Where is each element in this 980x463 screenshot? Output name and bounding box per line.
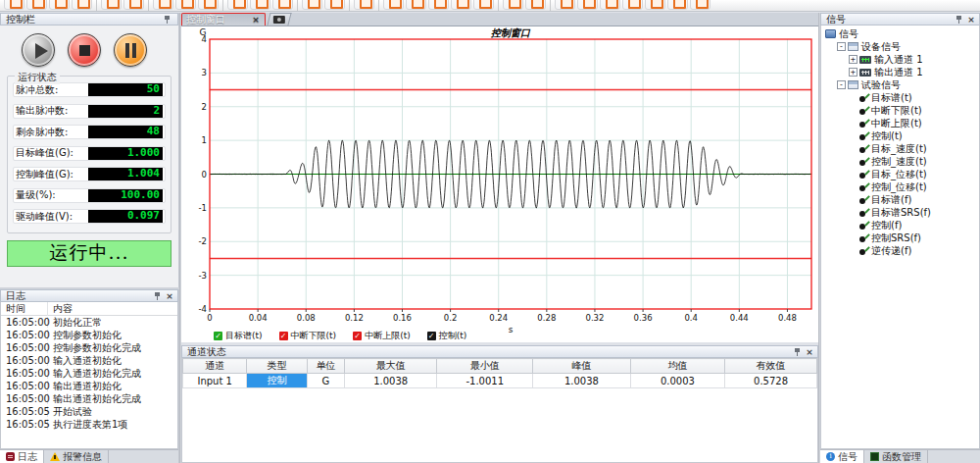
- toolbar-button[interactable]: [49, 0, 70, 10]
- log-row[interactable]: 16:05:05开始试验: [1, 405, 177, 418]
- tree-item[interactable]: 信号: [821, 27, 979, 40]
- expand-minus-icon[interactable]: -: [837, 42, 846, 51]
- signal-icon: [859, 246, 868, 255]
- toolbar-button[interactable]: [503, 0, 523, 10]
- log-row[interactable]: 16:05:05执行进度表第1项: [1, 418, 177, 431]
- pin-icon[interactable]: [163, 15, 172, 25]
- pin-icon[interactable]: [793, 347, 803, 357]
- log-content: 输出通道初始化: [48, 380, 122, 393]
- close-icon[interactable]: ×: [966, 15, 976, 25]
- log-row[interactable]: 16:05:00初始化正常: [1, 316, 177, 329]
- tree-item[interactable]: 目标谱(t): [821, 91, 979, 104]
- toolbar-button[interactable]: [153, 0, 173, 10]
- snapshot-button[interactable]: [267, 13, 291, 26]
- legend-item[interactable]: ✓中断下限(t): [279, 330, 337, 342]
- toolbar-button[interactable]: [473, 0, 494, 10]
- tree-item[interactable]: 目标_位移(t): [821, 168, 979, 180]
- tree-item[interactable]: 中断下限(t): [821, 104, 979, 117]
- toolbar-button[interactable]: [4, 0, 24, 10]
- toolbar-button[interactable]: [690, 0, 710, 10]
- tree-item[interactable]: 目标谱SRS(f): [821, 206, 979, 219]
- toolbar-button[interactable]: [600, 0, 620, 10]
- expand-plus-icon[interactable]: +: [849, 55, 858, 64]
- close-icon[interactable]: ×: [805, 347, 814, 357]
- toolbar-button[interactable]: [406, 0, 426, 10]
- pin-icon[interactable]: [955, 15, 964, 25]
- toolbar-button[interactable]: [667, 0, 688, 10]
- toolbar-button[interactable]: [451, 0, 471, 10]
- toolbar-button[interactable]: [525, 0, 546, 10]
- tab-信号[interactable]: i信号: [820, 450, 864, 463]
- signal-icon: [859, 195, 868, 204]
- tree-item[interactable]: 控制SRS(f): [821, 232, 979, 244]
- legend-item[interactable]: ✓控制(t): [427, 330, 467, 342]
- tree-item[interactable]: 控制(t): [821, 129, 979, 142]
- toolbar-button[interactable]: [123, 0, 144, 10]
- expand-minus-icon[interactable]: -: [837, 80, 846, 89]
- toolbar-button[interactable]: [428, 0, 449, 10]
- expand-plus-icon[interactable]: +: [849, 68, 858, 77]
- toolbar-button[interactable]: [302, 0, 322, 10]
- toolbar-button[interactable]: [101, 0, 122, 10]
- toolbar-button[interactable]: [324, 0, 345, 10]
- stop-button[interactable]: [68, 33, 101, 67]
- legend-checkbox[interactable]: ✓: [279, 332, 288, 340]
- toolbar-button[interactable]: [645, 0, 665, 10]
- legend-checkbox[interactable]: ✓: [214, 332, 222, 340]
- tab-日志[interactable]: 日志: [0, 450, 44, 463]
- tree-item[interactable]: +输出通道 1: [821, 66, 979, 78]
- toolbar-button[interactable]: [354, 0, 374, 10]
- toolbar-button[interactable]: [198, 0, 219, 10]
- status-field: 输出脉冲数:2: [13, 104, 166, 119]
- toolbar-button[interactable]: [72, 0, 92, 10]
- tree-item[interactable]: 中断上限(t): [821, 117, 979, 129]
- pause-button[interactable]: [114, 33, 147, 67]
- tree-item[interactable]: 控制_速度(t): [821, 155, 979, 168]
- toolbar-button[interactable]: [622, 0, 643, 10]
- tree-item[interactable]: -设备信号: [821, 40, 979, 53]
- log-row[interactable]: 16:05:00输出通道初始化完成: [1, 392, 177, 405]
- log-content: 输出通道初始化完成: [48, 392, 141, 406]
- tree-item[interactable]: 目标谱(f): [821, 193, 979, 206]
- legend-item[interactable]: ✓目标谱(t): [214, 330, 263, 342]
- tree-item[interactable]: 逆传递(f): [821, 244, 979, 257]
- log-row[interactable]: 16:05:00输入通道初始化完成: [1, 367, 177, 380]
- log-row[interactable]: 16:05:00控制参数初始化: [1, 329, 177, 341]
- toolbar-button[interactable]: [577, 0, 598, 10]
- y-tick-label: 1: [202, 135, 207, 145]
- log-row[interactable]: 16:05:00控制参数初始化完成: [1, 341, 177, 354]
- legend-item[interactable]: ✓中断上限(t): [353, 330, 411, 342]
- log-content: 开始试验: [48, 405, 92, 419]
- tab-报警信息[interactable]: 报警信息: [44, 450, 109, 463]
- legend-checkbox[interactable]: ✓: [427, 332, 436, 340]
- toolbar-button[interactable]: [227, 0, 248, 10]
- close-icon[interactable]: ×: [165, 291, 174, 301]
- toolbar-button[interactable]: [175, 0, 196, 10]
- toolbar-button[interactable]: [26, 0, 47, 10]
- channel-row[interactable]: Input 1控制G1.0038-1.00111.00380.00030.572…: [183, 374, 817, 388]
- toolbar-button[interactable]: [555, 0, 575, 10]
- tab-control-window[interactable]: 控制窗口 ×: [181, 13, 266, 26]
- log-row[interactable]: 16:05:00输出通道初始化: [1, 380, 177, 392]
- log-row[interactable]: 16:05:00输入通道初始化: [1, 354, 177, 367]
- tree-item[interactable]: -试验信号: [821, 78, 979, 91]
- x-tick-label: 0.16: [393, 313, 412, 323]
- tree-item-label: 目标_速度(t): [871, 142, 927, 156]
- tree-item-label: 设备信号: [861, 40, 901, 54]
- tab-函数管理[interactable]: 函数管理: [864, 450, 928, 463]
- pin-icon[interactable]: [153, 291, 163, 301]
- tree-item[interactable]: 控制_位移(t): [821, 180, 979, 193]
- play-button[interactable]: [22, 33, 55, 67]
- x-tick-label: 0.12: [345, 313, 364, 323]
- tree-item[interactable]: 控制(f): [821, 219, 979, 232]
- tree-item[interactable]: 目标_速度(t): [821, 142, 979, 155]
- toolbar-button[interactable]: [383, 0, 404, 10]
- channel-cell: G: [307, 374, 344, 388]
- toolbar-button[interactable]: [250, 0, 270, 10]
- tree-item[interactable]: +输入通道 1: [821, 53, 979, 66]
- tree-item-label: 输出通道 1: [874, 66, 923, 79]
- control-window-chart: 00.040.080.120.160.20.240.280.320.360.40…: [181, 26, 818, 342]
- legend-checkbox[interactable]: ✓: [353, 332, 362, 340]
- tab-close-icon[interactable]: ×: [251, 15, 261, 25]
- toolbar-button[interactable]: [272, 0, 293, 10]
